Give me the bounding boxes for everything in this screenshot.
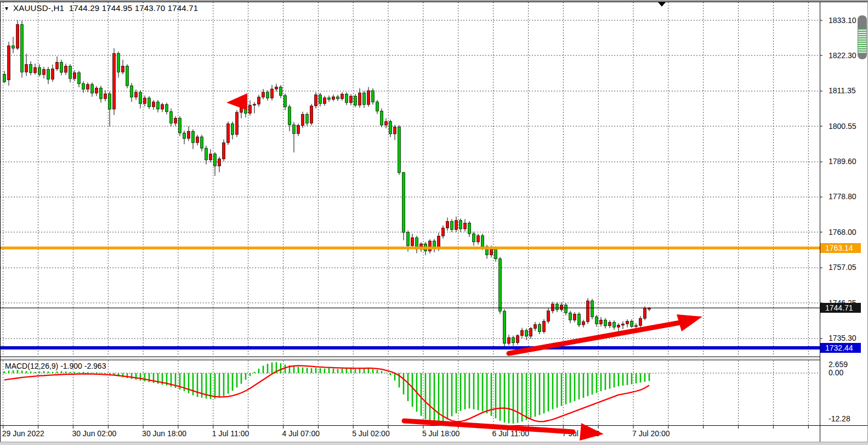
macd-tick-label: 2.659 [829, 360, 848, 369]
price-tick-label: 1800.55 [829, 122, 856, 131]
chart-window: ▼XAUUSD-,H1 1744.29 1744.95 1743.70 1744… [0, 0, 868, 445]
time-tick-label: 7 Jul 04:00 [562, 429, 600, 438]
symbol-period-label: XAUUSD-,H1 [13, 3, 64, 13]
price-tick-label: 1757.05 [829, 263, 856, 272]
resistance-price-badge: 1763.14 [820, 243, 861, 253]
price-tick-label: 1789.60 [829, 157, 856, 166]
price-tick-label: 1768.00 [829, 228, 856, 236]
time-tick-label: 30 Jun 02:00 [72, 429, 116, 438]
time-tick-label: 7 Jul 20:00 [632, 429, 670, 438]
price-tick-label: 1833.10 [829, 16, 856, 25]
time-tick-label: 5 Jul 02:00 [352, 429, 390, 438]
price-tick-label: 1778.80 [829, 192, 856, 201]
ohlc-readout: 1744.29 1744.95 1743.70 1744.71 [69, 3, 198, 13]
chart-canvas[interactable] [0, 0, 868, 445]
macd-tick-label: -12.28 [829, 414, 850, 423]
symbol-dropdown-icon: ▼ [4, 5, 9, 12]
price-tick-label: 1811.35 [829, 86, 856, 95]
chart-title: ▼XAUUSD-,H1 1744.29 1744.95 1743.70 1744… [4, 3, 198, 13]
price-tick-label: 1735.30 [829, 334, 856, 342]
macd-indicator-label: MACD(12,26,9) -1.900 -2.963 [5, 362, 106, 370]
price-tick-label: 1822.30 [829, 51, 856, 60]
chart-shift-marker-icon[interactable] [658, 2, 666, 7]
time-tick-label: 1 Jul 11:00 [212, 429, 249, 438]
last-price-badge: 1744.71 [820, 303, 861, 313]
time-tick-label: 30 Jun 18:00 [142, 429, 186, 438]
window-bottom-edge [0, 442, 868, 445]
time-tick-label: 6 Jul 11:00 [492, 429, 529, 438]
macd-tick-label: 0.00 [829, 368, 843, 377]
time-tick-label: 4 Jul 07:00 [282, 429, 320, 438]
time-tick-label: 5 Jul 18:00 [422, 429, 460, 438]
vertical-scrollbar-thumb[interactable] [858, 15, 867, 59]
scrollbar-stripes [858, 29, 866, 54]
support-price-badge: 1732.44 [820, 343, 861, 353]
time-tick-label: 29 Jun 2022 [2, 429, 44, 438]
